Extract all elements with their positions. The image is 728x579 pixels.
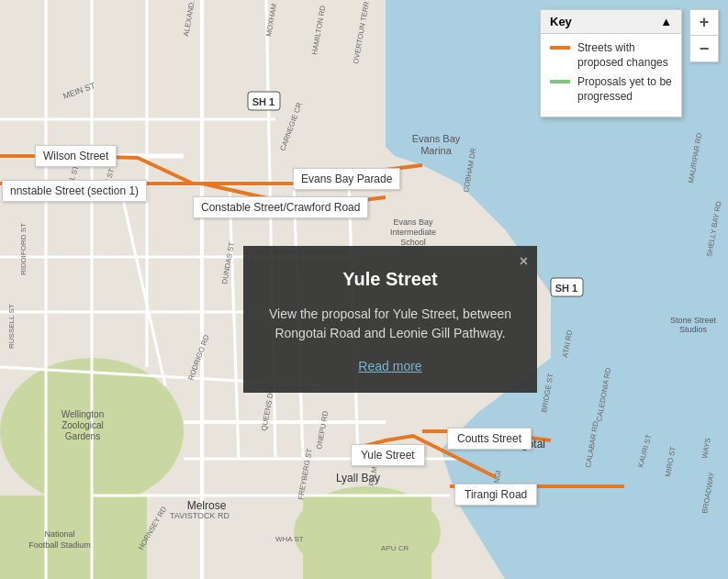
legend-item-streets: Streets with proposed changes xyxy=(550,41,672,70)
coutts-street-marker: Coutts Street xyxy=(447,428,532,450)
legend-label-streets: Streets with proposed changes xyxy=(577,41,672,70)
zoom-out-button[interactable]: − xyxy=(690,36,718,61)
legend-title: Key xyxy=(550,15,572,28)
legend-item-proposals: Proposals yet to be progressed xyxy=(550,75,672,104)
legend-body: Streets with proposed changes Proposals … xyxy=(541,34,681,117)
popup-body: View the proposal for Yule Street, betwe… xyxy=(266,305,514,343)
svg-text:WHA ST: WHA ST xyxy=(275,535,304,543)
popup-close-button[interactable]: × xyxy=(520,253,528,270)
tirangi-road-marker: Tirangi Road xyxy=(454,484,537,506)
legend-line-orange xyxy=(550,46,570,50)
svg-text:SH 1: SH 1 xyxy=(555,283,577,294)
legend-line-green xyxy=(550,80,570,84)
svg-text:RUSSELL ST: RUSSELL ST xyxy=(7,304,16,349)
legend-label-proposals: Proposals yet to be progressed xyxy=(577,75,672,104)
zoom-controls[interactable]: + − xyxy=(689,9,719,62)
svg-text:National: National xyxy=(44,529,74,539)
svg-rect-5 xyxy=(303,495,431,579)
svg-text:Stone Street: Stone Street xyxy=(670,316,717,325)
svg-text:Intermediate: Intermediate xyxy=(390,228,436,237)
constable-crawford-label: Constable Street/Crawford Road xyxy=(193,196,368,218)
map-container[interactable]: SH 1 SH 1 Evans Bay Marina Evans Bay Int… xyxy=(0,0,728,579)
svg-text:RIDDIFORD ST: RIDDIFORD ST xyxy=(19,223,28,275)
yule-street-marker: Yule Street xyxy=(351,444,425,466)
popup: × Yule Street View the proposal for Yule… xyxy=(243,246,537,393)
svg-text:Marina: Marina xyxy=(420,145,453,156)
popup-read-more-button[interactable]: Read more xyxy=(358,359,421,373)
legend-collapse-icon: ▲ xyxy=(660,15,672,28)
legend: Key ▲ Streets with proposed changes Prop… xyxy=(540,9,682,117)
legend-header[interactable]: Key ▲ xyxy=(541,10,681,34)
svg-text:Wellington: Wellington xyxy=(62,409,105,419)
wilson-street-label: Wilson Street xyxy=(35,145,117,167)
svg-text:TAVISTOCK RD: TAVISTOCK RD xyxy=(170,511,230,520)
svg-text:APU CR: APU CR xyxy=(381,544,409,552)
svg-text:Zoological: Zoological xyxy=(62,420,104,430)
popup-title: Yule Street xyxy=(266,269,514,290)
svg-text:Studios: Studios xyxy=(679,325,708,334)
svg-text:Football Stadium: Football Stadium xyxy=(28,540,91,550)
svg-text:Melrose: Melrose xyxy=(187,499,227,512)
svg-text:Evans Bay: Evans Bay xyxy=(393,217,433,227)
svg-text:Gardens: Gardens xyxy=(65,431,100,441)
constable-street-label: nnstable Street (section 1) xyxy=(2,180,147,202)
svg-text:SH 1: SH 1 xyxy=(252,96,274,107)
svg-text:Evans Bay: Evans Bay xyxy=(412,133,461,144)
zoom-in-button[interactable]: + xyxy=(690,10,718,36)
evans-bay-parade-label: Evans Bay Parade xyxy=(293,168,400,190)
